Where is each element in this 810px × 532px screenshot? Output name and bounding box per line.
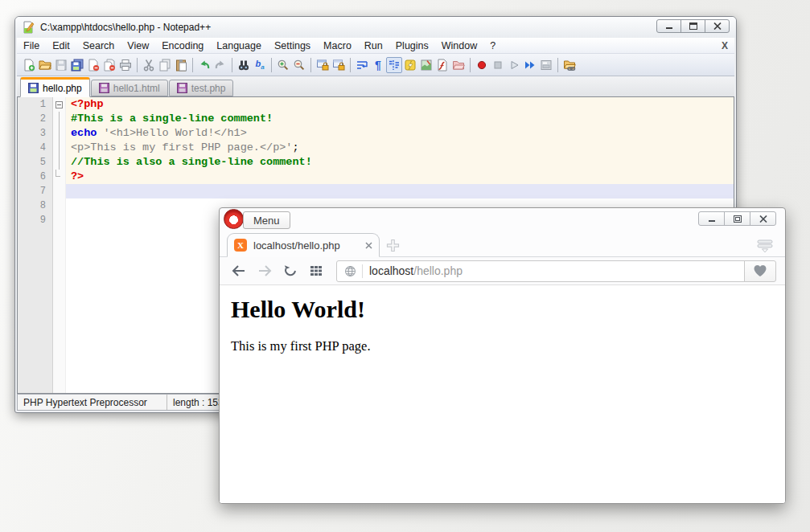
maximize-button[interactable] — [724, 211, 750, 226]
code-line: ?> — [66, 170, 734, 184]
close-icon[interactable] — [85, 57, 101, 73]
menu-encoding[interactable]: Encoding — [155, 39, 210, 52]
folder-as-workspace-icon[interactable] — [450, 57, 467, 73]
tab-test-php[interactable]: test.php — [169, 80, 234, 96]
saved-file-icon — [177, 83, 187, 93]
macro-save-icon[interactable] — [538, 57, 554, 73]
close-all-icon[interactable] — [101, 57, 117, 73]
minimize-button[interactable] — [698, 211, 725, 226]
status-doc-type: PHP Hypertext Preprocessor — [18, 395, 167, 410]
page-heading: Hello World! — [231, 294, 785, 325]
code-line: #This is a single-line comment! — [66, 112, 734, 126]
sync-vertical-scroll-icon[interactable] — [315, 57, 331, 73]
reload-icon[interactable] — [280, 260, 301, 281]
function-completion-icon[interactable] — [402, 57, 418, 73]
menu-help[interactable]: ? — [483, 39, 502, 52]
address-bar[interactable]: localhost/hello.php — [336, 260, 745, 282]
tab-hello1-html[interactable]: hello1.html — [91, 80, 168, 96]
menu-run[interactable]: Run — [358, 39, 389, 52]
maximize-button[interactable] — [680, 19, 705, 33]
page-paragraph: This is my first PHP page. — [231, 338, 785, 354]
back-icon[interactable] — [228, 260, 249, 281]
print-icon[interactable] — [117, 57, 134, 73]
opera-tabbar: X localhost/hello.php — [220, 232, 785, 257]
address-path: /hello.php — [413, 264, 463, 277]
speed-dial-icon[interactable] — [306, 260, 327, 281]
macro-stop-icon[interactable] — [490, 57, 506, 73]
save-all-icon[interactable] — [69, 57, 85, 73]
close-button[interactable] — [705, 19, 730, 33]
menu-search[interactable]: Search — [76, 39, 121, 52]
site-globe-icon[interactable] — [343, 264, 357, 278]
paste-icon[interactable] — [173, 57, 189, 73]
menu-language[interactable]: Language — [210, 39, 268, 52]
macro-play-icon[interactable] — [506, 57, 522, 73]
tab-title: localhost/hello.php — [253, 239, 359, 252]
forward-icon[interactable] — [254, 260, 275, 281]
xampp-favicon: X — [234, 239, 247, 252]
save-icon[interactable] — [53, 57, 69, 73]
saved-file-icon — [99, 83, 109, 93]
opera-toolbar: localhost/hello.php — [220, 257, 785, 285]
address-host: localhost — [369, 264, 413, 277]
code-line: <?php — [66, 97, 734, 112]
zoom-in-icon[interactable] — [275, 57, 291, 73]
notepad-menubar: File Edit Search View Encoding Language … — [17, 38, 734, 54]
redo-icon[interactable] — [212, 57, 228, 73]
minimize-button[interactable] — [656, 19, 681, 33]
menu-settings[interactable]: Settings — [268, 39, 317, 52]
menu-plugins[interactable]: Plugins — [389, 39, 435, 52]
new-file-icon[interactable] — [21, 57, 37, 73]
close-document-icon[interactable]: X — [722, 40, 728, 51]
menu-view[interactable]: View — [121, 39, 155, 52]
notepad-titlebar[interactable]: C:\xampp\htdocs\hello.php - Notepad++ — [15, 17, 736, 38]
tab-hello-php[interactable]: hello.php — [20, 77, 90, 97]
code-line: //This is also a single-line comment! — [66, 155, 734, 170]
window-title: C:\xampp\htdocs\hello.php - Notepad++ — [40, 22, 211, 33]
new-tab-button[interactable] — [386, 239, 400, 252]
tab-menu-icon[interactable] — [756, 239, 774, 254]
show-indent-guide-icon[interactable] — [386, 57, 402, 73]
menu-file[interactable]: File — [17, 39, 46, 52]
browser-page: Hello World! This is my first PHP page. — [220, 285, 785, 503]
function-list-icon[interactable] — [434, 57, 450, 73]
opera-logo-icon — [224, 209, 244, 229]
menu-edit[interactable]: Edit — [46, 39, 76, 52]
show-all-characters-icon[interactable]: ¶ — [370, 57, 386, 73]
fold-collapse-icon[interactable] — [56, 101, 63, 108]
undo-icon[interactable] — [196, 57, 212, 73]
saved-file-icon — [28, 83, 39, 93]
macro-record-icon[interactable] — [474, 57, 490, 73]
find-icon[interactable] — [236, 57, 252, 73]
replace-icon[interactable]: ba — [252, 57, 268, 73]
line-number-gutter: 1 2 3 4 5 6 7 8 9 — [18, 97, 53, 393]
code-line-current — [66, 184, 734, 198]
copy-icon[interactable] — [157, 57, 173, 73]
open-containing-folder-icon[interactable] — [561, 57, 578, 73]
menu-macro[interactable]: Macro — [317, 39, 358, 52]
code-line: <p>This is my first PHP page.</p>'; — [66, 141, 734, 155]
open-file-icon[interactable] — [37, 57, 53, 73]
menu-window[interactable]: Window — [435, 39, 483, 52]
fold-margin[interactable] — [53, 97, 66, 393]
close-button[interactable] — [750, 211, 776, 226]
code-line: echo '<h1>Hello World!</h1> — [66, 126, 734, 141]
macro-run-multiple-icon[interactable] — [522, 57, 538, 73]
notepad-tabbar: hello.php hello1.html test.php — [17, 76, 734, 96]
sync-horizontal-scroll-icon[interactable] — [331, 57, 347, 73]
browser-tab[interactable]: X localhost/hello.php — [227, 233, 380, 257]
document-map-icon[interactable] — [418, 57, 434, 73]
cut-icon[interactable] — [141, 57, 157, 73]
opera-titlebar[interactable]: Menu — [220, 208, 785, 232]
tab-close-icon[interactable] — [365, 242, 372, 249]
bookmark-heart-icon[interactable] — [744, 260, 776, 282]
zoom-out-icon[interactable] — [291, 57, 307, 73]
notepad-toolbar: ba ¶ — [17, 54, 734, 76]
opera-window: Menu X localhost/hello.php localhost/hel… — [219, 207, 786, 504]
notepad-app-icon — [22, 21, 35, 34]
opera-menu-button[interactable]: Menu — [243, 211, 290, 229]
word-wrap-icon[interactable] — [354, 57, 370, 73]
